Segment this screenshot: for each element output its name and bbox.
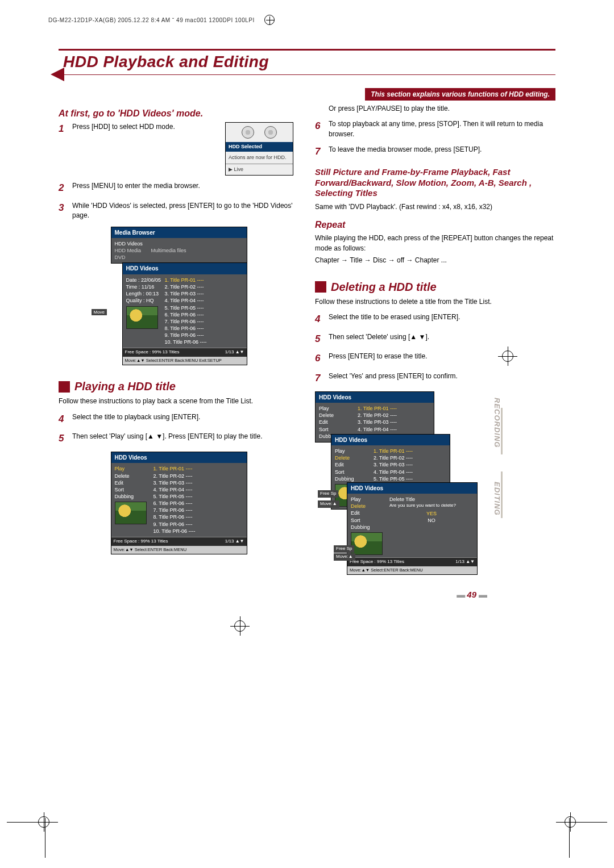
title-row: 2. Title PR-02 ---- (154, 473, 243, 479)
menu-item: Play (351, 496, 387, 503)
menu-item: Sort (351, 517, 387, 524)
step-number: 4 (315, 312, 323, 327)
step-text: Select 'Yes' and press [ENTER] to confir… (329, 372, 555, 386)
left-column: At first, go to 'HDD Videos' mode. 1 Pre… (59, 101, 299, 579)
confirm-yes: YES (389, 510, 474, 517)
osd-body: HDD Videos HDD Media DVD Multimedia file… (111, 238, 247, 263)
menu-item: Play (115, 465, 151, 472)
osd-header: Media Browser (111, 227, 247, 239)
meta-row: Time : 11/16 (126, 283, 163, 290)
media-row-right: Multimedia files (151, 240, 186, 261)
meta-row: Length : 00:13 (126, 290, 163, 297)
menu-item: Play (319, 405, 355, 412)
title-row: 5. Title PR-05 ---- (165, 304, 243, 311)
confirm-no: NO (389, 517, 474, 524)
step-6: 6 To stop playback at any time, press [S… (315, 119, 555, 139)
footer-right: 1/13 ▲▼ (455, 559, 475, 565)
dstep-5: 5 Then select 'Delete' using [▲ ▼]. (315, 332, 555, 347)
title-row: 6. Title PR-06 ---- (165, 311, 243, 318)
title-row: 5. Title PR-05 ---- (154, 493, 243, 500)
menu-item: Dubbing (335, 475, 371, 482)
osd-delete-cascade: HDD Videos Play Delete Edit Sort Dubbing… (315, 391, 468, 579)
section-bullet-icon (59, 381, 70, 393)
title-row: 4. Title PR-04 ---- (165, 297, 243, 304)
step-text: Press [MENU] to enter the media browser. (72, 181, 299, 195)
title-row: 9. Title PR-06 ---- (154, 521, 243, 528)
step-7: 7 To leave the media browser mode, press… (315, 145, 555, 159)
move-tag: Move:▲ (318, 500, 339, 508)
step-text: Select the title to playback using [ENTE… (72, 412, 299, 427)
title-row: 3. Title PR-03 ---- (358, 419, 430, 425)
thumbnail (115, 502, 147, 524)
title-row: 8. Title PR-06 ---- (165, 325, 243, 332)
step-number: 7 (315, 145, 323, 159)
title-row: 1. Title PR-01 ---- (165, 277, 243, 283)
osd-header: HDD Videos (347, 483, 477, 494)
plugline-crosshair-icon (264, 15, 275, 25)
osd-header: HDD Videos (111, 452, 247, 464)
section-playing: Playing a HDD title (59, 380, 299, 393)
step-text: To leave the media browser mode, press [… (329, 145, 555, 159)
title-row: 1. Title PR-01 ---- (358, 405, 430, 412)
step-text: To stop playback at any time, press [STO… (329, 119, 555, 139)
step-number: 6 (315, 352, 323, 366)
step-number: 5 (315, 332, 323, 347)
step-3: 3 While 'HDD Videos' is selected, press … (59, 201, 299, 221)
menu-item: Play (335, 448, 371, 454)
osd-body: Date : 22/06/05 Time : 11/16 Length : 00… (123, 274, 247, 348)
step-1: 1 Press [HDD] to select HDD mode. HDD Se… (59, 122, 299, 176)
section-bullet-icon (315, 281, 326, 293)
play-intro: Follow these instructions to play back a… (59, 397, 299, 406)
title-row: 2. Title PR-02 ---- (358, 412, 430, 419)
crop-mark (556, 822, 607, 823)
dstep-6: 6 Press [ENTER] to erase the title. (315, 352, 555, 366)
osd-footer-hints: Move:▲▼ Select:ENTER Back:MENU (111, 546, 247, 554)
osd-footer: Free Space : 99% 13 Titles 1/13 ▲▼ (123, 348, 247, 357)
menu-item: Dubbing (115, 493, 151, 500)
title-arrow-icon (51, 68, 64, 81)
side-tab-editing: EDITING (493, 482, 501, 516)
menu-item: Edit (351, 510, 387, 516)
step-number: 6 (315, 119, 323, 139)
step-text: Then select 'Delete' using [▲ ▼]. (329, 332, 555, 347)
osd-header: HDD Videos (123, 263, 247, 274)
menu-item: Sort (335, 469, 371, 475)
osd-icons-row (226, 123, 293, 142)
para-repeat-2: Chapter → Title → Disc → off → Chapter .… (315, 256, 555, 265)
heading-hdd-videos-mode: At first, go to 'HDD Videos' mode. (59, 108, 299, 119)
disc-icon (264, 126, 277, 139)
confirm-title: Delete Title (389, 496, 474, 503)
right-column: Or press [PLAY/PAUSE] to play the title.… (315, 101, 555, 579)
title-row: 6. Title PR-06 ---- (154, 500, 243, 507)
title-row: 1. Title PR-01 ---- (154, 465, 243, 472)
dstep-4: 4 Select the title to be erased using [E… (315, 312, 555, 327)
move-tag: Move:▲ (334, 553, 355, 561)
menu-item: Edit (319, 419, 355, 425)
step-4: 4 Select the title to playback using [EN… (59, 412, 299, 427)
free-tag: Free Sp (318, 490, 338, 498)
step-number: 1 (59, 122, 67, 176)
menu-item: Edit (115, 479, 151, 486)
para-playpause: Or press [PLAY/PAUSE] to play the title. (315, 104, 555, 114)
osd-footer: Free Space : 99% 13 Titles 1/13 ▲▼ (111, 537, 247, 546)
confirm-question: Are you sure you want to delete? (389, 503, 474, 509)
menu-item: Sort (319, 426, 355, 433)
title-row: 3. Title PR-03 ---- (374, 461, 446, 468)
title-row: 3. Title PR-03 ---- (165, 290, 243, 297)
step-text: While 'HDD Videos' is selected, press [E… (72, 201, 299, 221)
crop-mark (45, 818, 45, 858)
title-row: 5. Title PR-05 ---- (374, 475, 446, 482)
title-row: 7. Title PR-06 ---- (165, 318, 243, 325)
page-number: ▬49▬ (454, 590, 489, 599)
step-number: 5 (59, 432, 67, 446)
step-text: Select the title to be erased using [ENT… (329, 312, 555, 327)
osd-footer-hints: Move:▲▼ Select:ENTER Back:MENU (347, 566, 477, 574)
osd-footer-hints: Move:▲▼ Select:ENTER Back:MENU Exit:SETU… (123, 357, 247, 365)
osd-header: HDD Videos (331, 435, 450, 446)
osd-hdd-selected: HDD Selected Actions are now for HDD. ▶ … (225, 122, 293, 176)
title-row: 3. Title PR-03 ---- (154, 479, 243, 486)
menu-item: Edit (335, 461, 371, 468)
page-title: HDD Playback and Editing (63, 53, 555, 71)
osd-hdd-videos: HDD Videos Date : 22/06/05 Time : 11/16 … (122, 262, 247, 365)
title-row: 4. Title PR-04 ---- (154, 486, 243, 493)
